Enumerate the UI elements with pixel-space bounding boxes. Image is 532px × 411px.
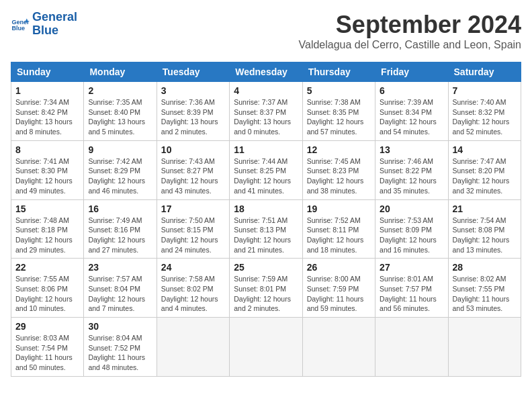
calendar-cell: 28Sunrise: 8:02 AMSunset: 7:55 PMDayligh… <box>448 259 521 318</box>
day-number: 13 <box>380 144 443 155</box>
calendar-cell <box>157 318 229 377</box>
calendar-cell: 30Sunrise: 8:04 AMSunset: 7:52 PMDayligh… <box>84 318 157 377</box>
day-number: 28 <box>453 262 517 273</box>
calendar-cell: 5Sunrise: 7:38 AMSunset: 8:35 PMDaylight… <box>302 82 375 141</box>
day-number: 30 <box>88 321 152 332</box>
calendar-cell <box>448 318 521 377</box>
day-info: Sunrise: 7:42 AMSunset: 8:29 PMDaylight:… <box>88 156 152 196</box>
calendar: SundayMondayTuesdayWednesdayThursdayFrid… <box>11 62 521 377</box>
day-number: 29 <box>15 321 79 332</box>
calendar-cell: 26Sunrise: 8:00 AMSunset: 7:59 PMDayligh… <box>302 259 375 318</box>
calendar-cell: 14Sunrise: 7:47 AMSunset: 8:20 PMDayligh… <box>448 140 521 199</box>
day-info: Sunrise: 7:50 AMSunset: 8:15 PMDaylight:… <box>161 216 225 255</box>
day-info: Sunrise: 7:53 AMSunset: 8:09 PMDaylight:… <box>380 216 443 255</box>
calendar-cell: 13Sunrise: 7:46 AMSunset: 8:22 PMDayligh… <box>375 140 448 199</box>
day-number: 4 <box>234 85 298 96</box>
day-number: 14 <box>453 144 517 155</box>
day-number: 23 <box>88 262 152 273</box>
calendar-header-friday: Friday <box>375 62 448 82</box>
day-info: Sunrise: 8:03 AMSunset: 7:54 PMDaylight:… <box>15 333 79 373</box>
day-number: 17 <box>161 203 225 214</box>
month-title: September 2024 <box>299 11 521 39</box>
day-info: Sunrise: 8:01 AMSunset: 7:57 PMDaylight:… <box>380 274 443 314</box>
day-info: Sunrise: 8:02 AMSunset: 7:55 PMDaylight:… <box>453 274 517 314</box>
calendar-cell: 2Sunrise: 7:35 AMSunset: 8:40 PMDaylight… <box>84 82 157 141</box>
calendar-cell: 24Sunrise: 7:58 AMSunset: 8:02 PMDayligh… <box>157 259 229 318</box>
day-number: 8 <box>15 144 79 155</box>
calendar-cell: 25Sunrise: 7:59 AMSunset: 8:01 PMDayligh… <box>230 259 302 318</box>
day-info: Sunrise: 7:54 AMSunset: 8:08 PMDaylight:… <box>453 216 517 255</box>
day-number: 2 <box>88 85 152 96</box>
calendar-cell: 1Sunrise: 7:34 AMSunset: 8:42 PMDaylight… <box>11 82 84 141</box>
day-info: Sunrise: 7:59 AMSunset: 8:01 PMDaylight:… <box>234 274 298 314</box>
day-info: Sunrise: 7:58 AMSunset: 8:02 PMDaylight:… <box>161 274 225 314</box>
day-info: Sunrise: 7:47 AMSunset: 8:20 PMDaylight:… <box>453 156 517 196</box>
day-number: 5 <box>307 85 371 96</box>
logo: General Blue General Blue <box>11 11 77 38</box>
calendar-cell: 11Sunrise: 7:44 AMSunset: 8:25 PMDayligh… <box>230 140 302 199</box>
calendar-cell: 10Sunrise: 7:43 AMSunset: 8:27 PMDayligh… <box>157 140 229 199</box>
day-number: 18 <box>234 203 298 214</box>
calendar-cell: 22Sunrise: 7:55 AMSunset: 8:06 PMDayligh… <box>11 259 84 318</box>
day-number: 16 <box>88 203 152 214</box>
day-info: Sunrise: 7:48 AMSunset: 8:18 PMDaylight:… <box>15 216 79 255</box>
calendar-cell: 7Sunrise: 7:40 AMSunset: 8:32 PMDaylight… <box>448 82 521 141</box>
calendar-week-5: 29Sunrise: 8:03 AMSunset: 7:54 PMDayligh… <box>11 318 521 377</box>
calendar-cell: 15Sunrise: 7:48 AMSunset: 8:18 PMDayligh… <box>11 199 84 259</box>
day-info: Sunrise: 7:36 AMSunset: 8:39 PMDaylight:… <box>161 97 225 137</box>
day-info: Sunrise: 7:39 AMSunset: 8:34 PMDaylight:… <box>380 97 443 137</box>
calendar-cell: 19Sunrise: 7:52 AMSunset: 8:11 PMDayligh… <box>302 199 375 259</box>
calendar-body: 1Sunrise: 7:34 AMSunset: 8:42 PMDaylight… <box>11 82 521 377</box>
day-info: Sunrise: 7:57 AMSunset: 8:04 PMDaylight:… <box>88 274 152 314</box>
day-info: Sunrise: 7:46 AMSunset: 8:22 PMDaylight:… <box>380 156 443 196</box>
calendar-cell: 12Sunrise: 7:45 AMSunset: 8:23 PMDayligh… <box>302 140 375 199</box>
calendar-header-sunday: Sunday <box>11 62 84 82</box>
calendar-header-row: SundayMondayTuesdayWednesdayThursdayFrid… <box>11 62 521 82</box>
location-title: Valdelagua del Cerro, Castille and Leon,… <box>299 39 521 51</box>
logo-icon: General Blue <box>11 15 30 34</box>
day-number: 15 <box>15 203 79 214</box>
day-info: Sunrise: 7:51 AMSunset: 8:13 PMDaylight:… <box>234 216 298 255</box>
day-info: Sunrise: 7:35 AMSunset: 8:40 PMDaylight:… <box>88 97 152 137</box>
calendar-cell: 9Sunrise: 7:42 AMSunset: 8:29 PMDaylight… <box>84 140 157 199</box>
day-info: Sunrise: 8:00 AMSunset: 7:59 PMDaylight:… <box>307 274 371 314</box>
day-number: 25 <box>234 262 298 273</box>
calendar-cell: 16Sunrise: 7:49 AMSunset: 8:16 PMDayligh… <box>84 199 157 259</box>
calendar-cell: 27Sunrise: 8:01 AMSunset: 7:57 PMDayligh… <box>375 259 448 318</box>
day-info: Sunrise: 7:41 AMSunset: 8:30 PMDaylight:… <box>15 156 79 196</box>
calendar-cell: 17Sunrise: 7:50 AMSunset: 8:15 PMDayligh… <box>157 199 229 259</box>
calendar-week-4: 22Sunrise: 7:55 AMSunset: 8:06 PMDayligh… <box>11 259 521 318</box>
logo-line2: Blue <box>32 24 77 38</box>
day-info: Sunrise: 7:38 AMSunset: 8:35 PMDaylight:… <box>307 97 371 137</box>
day-number: 19 <box>307 203 371 214</box>
calendar-cell <box>302 318 375 377</box>
calendar-header-tuesday: Tuesday <box>157 62 229 82</box>
svg-text:Blue: Blue <box>11 25 25 32</box>
calendar-week-3: 15Sunrise: 7:48 AMSunset: 8:18 PMDayligh… <box>11 199 521 259</box>
calendar-cell: 4Sunrise: 7:37 AMSunset: 8:37 PMDaylight… <box>230 82 302 141</box>
day-number: 10 <box>161 144 225 155</box>
calendar-week-1: 1Sunrise: 7:34 AMSunset: 8:42 PMDaylight… <box>11 82 521 141</box>
calendar-cell: 18Sunrise: 7:51 AMSunset: 8:13 PMDayligh… <box>230 199 302 259</box>
calendar-cell: 3Sunrise: 7:36 AMSunset: 8:39 PMDaylight… <box>157 82 229 141</box>
calendar-cell <box>230 318 302 377</box>
calendar-header-wednesday: Wednesday <box>230 62 302 82</box>
calendar-header-saturday: Saturday <box>448 62 521 82</box>
day-info: Sunrise: 7:40 AMSunset: 8:32 PMDaylight:… <box>453 97 517 137</box>
day-number: 20 <box>380 203 443 214</box>
calendar-cell: 23Sunrise: 7:57 AMSunset: 8:04 PMDayligh… <box>84 259 157 318</box>
calendar-cell: 21Sunrise: 7:54 AMSunset: 8:08 PMDayligh… <box>448 199 521 259</box>
day-info: Sunrise: 7:44 AMSunset: 8:25 PMDaylight:… <box>234 156 298 196</box>
day-info: Sunrise: 7:45 AMSunset: 8:23 PMDaylight:… <box>307 156 371 196</box>
day-info: Sunrise: 7:49 AMSunset: 8:16 PMDaylight:… <box>88 216 152 255</box>
day-number: 24 <box>161 262 225 273</box>
day-number: 21 <box>453 203 517 214</box>
day-number: 3 <box>161 85 225 96</box>
day-number: 12 <box>307 144 371 155</box>
day-number: 11 <box>234 144 298 155</box>
day-info: Sunrise: 7:37 AMSunset: 8:37 PMDaylight:… <box>234 97 298 137</box>
day-info: Sunrise: 7:52 AMSunset: 8:11 PMDaylight:… <box>307 216 371 255</box>
calendar-cell: 8Sunrise: 7:41 AMSunset: 8:30 PMDaylight… <box>11 140 84 199</box>
day-number: 27 <box>380 262 443 273</box>
day-number: 9 <box>88 144 152 155</box>
